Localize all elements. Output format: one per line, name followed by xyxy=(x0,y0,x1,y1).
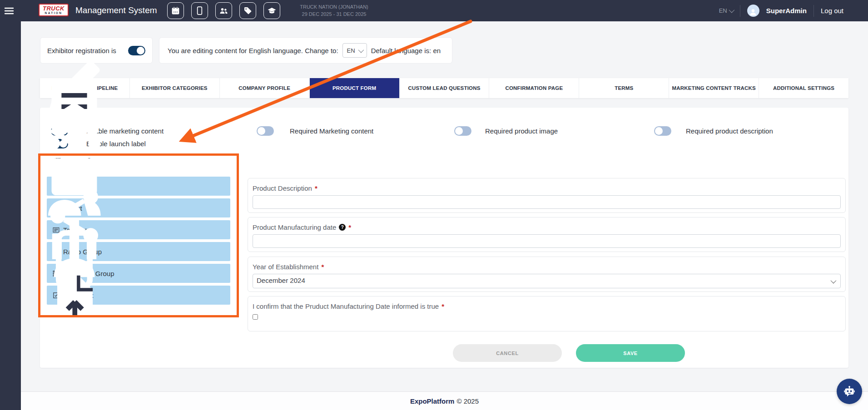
field-label: Year of Establishment* xyxy=(253,263,841,271)
language-value: EN xyxy=(719,7,727,14)
language-editing-text: You are editing content for English lang… xyxy=(168,47,338,54)
footer-brand: ExpoPlatform xyxy=(410,397,455,405)
management-system-app: TRUCK NATION Management System TRUCK NAT… xyxy=(0,0,868,410)
briefcase-icon[interactable] xyxy=(6,138,15,147)
team-icon[interactable] xyxy=(6,160,15,169)
tab-product-form[interactable]: PRODUCT FORM xyxy=(310,78,400,98)
logout-button[interactable]: Log out xyxy=(821,7,843,15)
edit-icon[interactable] xyxy=(6,51,15,60)
field-label: I confirm that the Pruduct Manufacturing… xyxy=(253,302,841,310)
required-asterisk: * xyxy=(348,223,351,231)
required-asterisk: * xyxy=(315,184,317,192)
field-product-description: Product Description* xyxy=(248,178,846,213)
registration-form-icon[interactable] xyxy=(6,73,15,81)
event-dates: 29 DEC 2025 - 31 DEC 2025 xyxy=(285,11,383,18)
current-event-info[interactable]: TRUCK NATION (JONATHAN) 29 DEC 2025 - 31… xyxy=(285,4,383,18)
field-product-manufacturing-date: Product Manufacturing date ? * xyxy=(248,217,846,252)
confirm-checkbox[interactable] xyxy=(253,314,258,320)
logo-line2: NATION xyxy=(45,11,63,15)
field-year-of-establishment: Year of Establishment* December 2024 xyxy=(248,257,846,292)
hamburger-menu-icon[interactable] xyxy=(4,5,15,16)
divider xyxy=(740,5,740,17)
calendar-icon[interactable] xyxy=(167,2,184,19)
field-confirm-manufacturing-date: I confirm that the Pruduct Manufacturing… xyxy=(248,296,846,331)
content-language-select[interactable]: EN xyxy=(342,43,367,58)
footer-copyright: © 2025 xyxy=(456,397,479,405)
footer: ExpoPlatform © 2025 xyxy=(21,391,868,410)
required-marketing-content-toggle[interactable] xyxy=(257,126,274,136)
chevron-down-icon xyxy=(831,278,837,284)
top-navbar: TRUCK NATION Management System TRUCK NAT… xyxy=(0,0,868,21)
analytics-icon[interactable] xyxy=(6,204,15,212)
product-form-panel: Enable marketing content Enable launch l… xyxy=(40,108,848,368)
required-product-image-label: Required product image xyxy=(485,126,558,136)
required-marketing-content-label: Required Marketing content xyxy=(290,126,373,136)
logo-line1: TRUCK xyxy=(43,5,64,11)
attendees-icon[interactable] xyxy=(215,2,232,19)
required-product-description-toggle[interactable] xyxy=(654,126,671,136)
product-manufacturing-date-input[interactable] xyxy=(253,234,841,248)
content-language-value: EN xyxy=(347,47,355,54)
app-title: Management System xyxy=(75,5,157,15)
tag-icon[interactable] xyxy=(239,2,256,19)
mobile-app-icon[interactable] xyxy=(6,226,15,234)
mobile-icon[interactable] xyxy=(191,2,208,19)
registration-tabs: REGISTRATION PIPELINE EXHIBITOR CATEGORI… xyxy=(40,78,848,98)
tab-additional-settings[interactable]: ADDITIONAL SETTINGS xyxy=(759,78,848,98)
tab-company-profile[interactable]: COMPANY PROFILE xyxy=(220,78,310,98)
required-product-description-label: Required product description xyxy=(686,126,773,136)
left-sidebar xyxy=(0,21,21,410)
language-editing-card: You are editing content for English lang… xyxy=(159,37,452,64)
divider xyxy=(813,5,814,17)
year-of-establishment-select[interactable]: December 2024 xyxy=(253,274,841,288)
share-icon[interactable] xyxy=(6,182,15,191)
attendees-icon[interactable] xyxy=(6,117,15,125)
user-name[interactable]: SuperAdmin xyxy=(766,7,807,15)
save-button[interactable]: SAVE xyxy=(576,344,685,362)
chevron-down-icon xyxy=(729,7,734,13)
stand-icon[interactable] xyxy=(6,247,15,256)
product-description-input[interactable] xyxy=(253,195,841,209)
file-import-icon[interactable] xyxy=(6,268,15,277)
year-of-establishment-value: December 2024 xyxy=(257,277,305,284)
avatar[interactable] xyxy=(747,5,759,17)
tab-marketing-content-tracks[interactable]: MARKETING CONTENT TRACKS xyxy=(669,78,759,98)
cancel-button[interactable]: CANCEL xyxy=(453,344,562,362)
tab-exhibitor-categories[interactable]: EXHIBITOR CATEGORIES xyxy=(130,78,220,98)
default-language-text: Default language is: en xyxy=(371,47,441,54)
field-label: Product Description* xyxy=(253,184,841,192)
tab-terms[interactable]: TERMS xyxy=(579,78,669,98)
language-dropdown[interactable]: EN xyxy=(719,7,733,14)
robot-icon xyxy=(842,384,857,399)
tab-confirmation-page[interactable]: CONFIRMATION PAGE xyxy=(489,78,579,98)
required-product-image-toggle[interactable] xyxy=(454,126,471,136)
education-icon[interactable] xyxy=(263,2,280,19)
required-asterisk: * xyxy=(321,263,324,271)
field-label: Product Manufacturing date ? * xyxy=(253,223,841,231)
help-icon[interactable]: ? xyxy=(339,224,346,231)
chatbot-button[interactable] xyxy=(837,379,862,404)
tab-custom-lead-questions[interactable]: CUSTOM LEAD QUESTIONS xyxy=(400,78,490,98)
navbar-right-group: EN SuperAdmin Log out xyxy=(719,0,843,21)
event-name: TRUCK NATION (JONATHAN) xyxy=(285,4,383,11)
chevron-down-icon xyxy=(358,47,364,53)
categories-icon[interactable] xyxy=(6,94,15,103)
required-asterisk: * xyxy=(441,302,444,310)
truck-nation-logo[interactable]: TRUCK NATION xyxy=(39,4,69,16)
